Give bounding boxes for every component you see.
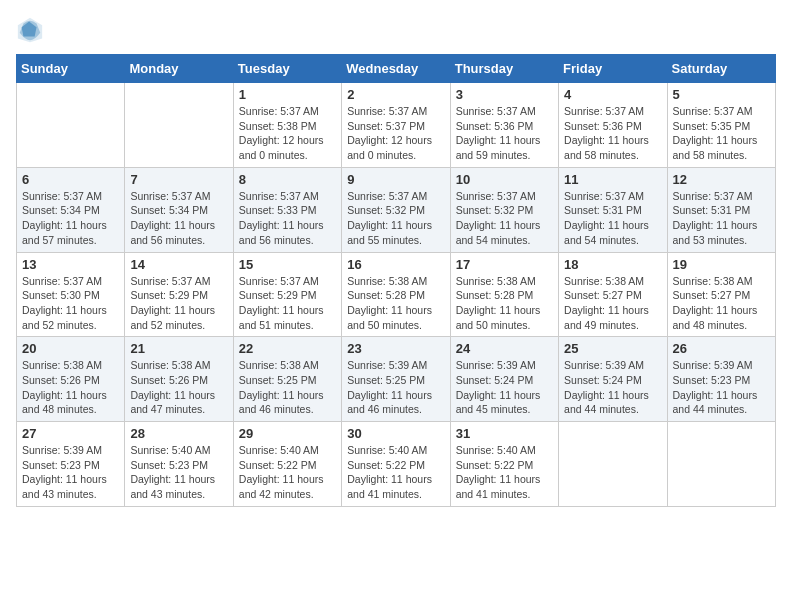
day-info: Sunrise: 5:38 AM Sunset: 5:25 PM Dayligh… bbox=[239, 358, 336, 417]
day-info: Sunrise: 5:37 AM Sunset: 5:29 PM Dayligh… bbox=[239, 274, 336, 333]
day-info: Sunrise: 5:38 AM Sunset: 5:28 PM Dayligh… bbox=[456, 274, 553, 333]
day-cell: 18Sunrise: 5:38 AM Sunset: 5:27 PM Dayli… bbox=[559, 252, 667, 337]
day-cell: 24Sunrise: 5:39 AM Sunset: 5:24 PM Dayli… bbox=[450, 337, 558, 422]
day-number: 1 bbox=[239, 87, 336, 102]
day-cell: 3Sunrise: 5:37 AM Sunset: 5:36 PM Daylig… bbox=[450, 83, 558, 168]
day-cell: 6Sunrise: 5:37 AM Sunset: 5:34 PM Daylig… bbox=[17, 167, 125, 252]
day-info: Sunrise: 5:37 AM Sunset: 5:30 PM Dayligh… bbox=[22, 274, 119, 333]
page-header bbox=[16, 16, 776, 44]
day-cell bbox=[667, 422, 775, 507]
day-number: 3 bbox=[456, 87, 553, 102]
day-info: Sunrise: 5:37 AM Sunset: 5:34 PM Dayligh… bbox=[130, 189, 227, 248]
day-number: 14 bbox=[130, 257, 227, 272]
day-info: Sunrise: 5:37 AM Sunset: 5:36 PM Dayligh… bbox=[564, 104, 661, 163]
day-cell: 12Sunrise: 5:37 AM Sunset: 5:31 PM Dayli… bbox=[667, 167, 775, 252]
day-info: Sunrise: 5:37 AM Sunset: 5:31 PM Dayligh… bbox=[564, 189, 661, 248]
day-info: Sunrise: 5:38 AM Sunset: 5:26 PM Dayligh… bbox=[130, 358, 227, 417]
day-number: 31 bbox=[456, 426, 553, 441]
header-row: SundayMondayTuesdayWednesdayThursdayFrid… bbox=[17, 55, 776, 83]
day-cell: 16Sunrise: 5:38 AM Sunset: 5:28 PM Dayli… bbox=[342, 252, 450, 337]
day-number: 6 bbox=[22, 172, 119, 187]
day-cell bbox=[559, 422, 667, 507]
day-info: Sunrise: 5:39 AM Sunset: 5:23 PM Dayligh… bbox=[22, 443, 119, 502]
day-info: Sunrise: 5:39 AM Sunset: 5:24 PM Dayligh… bbox=[564, 358, 661, 417]
day-number: 16 bbox=[347, 257, 444, 272]
day-number: 5 bbox=[673, 87, 770, 102]
column-header-sunday: Sunday bbox=[17, 55, 125, 83]
day-number: 30 bbox=[347, 426, 444, 441]
day-info: Sunrise: 5:37 AM Sunset: 5:32 PM Dayligh… bbox=[456, 189, 553, 248]
day-info: Sunrise: 5:37 AM Sunset: 5:38 PM Dayligh… bbox=[239, 104, 336, 163]
day-info: Sunrise: 5:40 AM Sunset: 5:22 PM Dayligh… bbox=[239, 443, 336, 502]
day-info: Sunrise: 5:38 AM Sunset: 5:27 PM Dayligh… bbox=[673, 274, 770, 333]
week-row-5: 27Sunrise: 5:39 AM Sunset: 5:23 PM Dayli… bbox=[17, 422, 776, 507]
day-number: 2 bbox=[347, 87, 444, 102]
column-header-saturday: Saturday bbox=[667, 55, 775, 83]
day-info: Sunrise: 5:37 AM Sunset: 5:34 PM Dayligh… bbox=[22, 189, 119, 248]
day-info: Sunrise: 5:38 AM Sunset: 5:27 PM Dayligh… bbox=[564, 274, 661, 333]
day-cell: 21Sunrise: 5:38 AM Sunset: 5:26 PM Dayli… bbox=[125, 337, 233, 422]
day-cell: 17Sunrise: 5:38 AM Sunset: 5:28 PM Dayli… bbox=[450, 252, 558, 337]
day-cell bbox=[17, 83, 125, 168]
day-cell: 29Sunrise: 5:40 AM Sunset: 5:22 PM Dayli… bbox=[233, 422, 341, 507]
day-number: 13 bbox=[22, 257, 119, 272]
day-info: Sunrise: 5:37 AM Sunset: 5:32 PM Dayligh… bbox=[347, 189, 444, 248]
day-cell: 8Sunrise: 5:37 AM Sunset: 5:33 PM Daylig… bbox=[233, 167, 341, 252]
column-header-friday: Friday bbox=[559, 55, 667, 83]
day-cell bbox=[125, 83, 233, 168]
day-cell: 7Sunrise: 5:37 AM Sunset: 5:34 PM Daylig… bbox=[125, 167, 233, 252]
day-cell: 26Sunrise: 5:39 AM Sunset: 5:23 PM Dayli… bbox=[667, 337, 775, 422]
day-info: Sunrise: 5:37 AM Sunset: 5:37 PM Dayligh… bbox=[347, 104, 444, 163]
day-number: 29 bbox=[239, 426, 336, 441]
day-number: 23 bbox=[347, 341, 444, 356]
column-header-wednesday: Wednesday bbox=[342, 55, 450, 83]
logo-icon bbox=[16, 16, 44, 44]
day-info: Sunrise: 5:37 AM Sunset: 5:31 PM Dayligh… bbox=[673, 189, 770, 248]
day-info: Sunrise: 5:39 AM Sunset: 5:24 PM Dayligh… bbox=[456, 358, 553, 417]
day-cell: 1Sunrise: 5:37 AM Sunset: 5:38 PM Daylig… bbox=[233, 83, 341, 168]
day-number: 18 bbox=[564, 257, 661, 272]
day-number: 11 bbox=[564, 172, 661, 187]
day-cell: 11Sunrise: 5:37 AM Sunset: 5:31 PM Dayli… bbox=[559, 167, 667, 252]
day-number: 22 bbox=[239, 341, 336, 356]
day-number: 8 bbox=[239, 172, 336, 187]
day-info: Sunrise: 5:40 AM Sunset: 5:23 PM Dayligh… bbox=[130, 443, 227, 502]
day-info: Sunrise: 5:40 AM Sunset: 5:22 PM Dayligh… bbox=[347, 443, 444, 502]
day-cell: 30Sunrise: 5:40 AM Sunset: 5:22 PM Dayli… bbox=[342, 422, 450, 507]
day-number: 15 bbox=[239, 257, 336, 272]
day-number: 4 bbox=[564, 87, 661, 102]
day-number: 26 bbox=[673, 341, 770, 356]
day-number: 28 bbox=[130, 426, 227, 441]
day-info: Sunrise: 5:37 AM Sunset: 5:29 PM Dayligh… bbox=[130, 274, 227, 333]
day-number: 27 bbox=[22, 426, 119, 441]
day-info: Sunrise: 5:40 AM Sunset: 5:22 PM Dayligh… bbox=[456, 443, 553, 502]
day-cell: 4Sunrise: 5:37 AM Sunset: 5:36 PM Daylig… bbox=[559, 83, 667, 168]
week-row-3: 13Sunrise: 5:37 AM Sunset: 5:30 PM Dayli… bbox=[17, 252, 776, 337]
day-cell: 13Sunrise: 5:37 AM Sunset: 5:30 PM Dayli… bbox=[17, 252, 125, 337]
day-cell: 28Sunrise: 5:40 AM Sunset: 5:23 PM Dayli… bbox=[125, 422, 233, 507]
day-number: 9 bbox=[347, 172, 444, 187]
day-cell: 31Sunrise: 5:40 AM Sunset: 5:22 PM Dayli… bbox=[450, 422, 558, 507]
week-row-2: 6Sunrise: 5:37 AM Sunset: 5:34 PM Daylig… bbox=[17, 167, 776, 252]
day-cell: 27Sunrise: 5:39 AM Sunset: 5:23 PM Dayli… bbox=[17, 422, 125, 507]
day-cell: 5Sunrise: 5:37 AM Sunset: 5:35 PM Daylig… bbox=[667, 83, 775, 168]
day-number: 25 bbox=[564, 341, 661, 356]
day-number: 10 bbox=[456, 172, 553, 187]
day-number: 21 bbox=[130, 341, 227, 356]
day-cell: 25Sunrise: 5:39 AM Sunset: 5:24 PM Dayli… bbox=[559, 337, 667, 422]
day-number: 20 bbox=[22, 341, 119, 356]
day-cell: 22Sunrise: 5:38 AM Sunset: 5:25 PM Dayli… bbox=[233, 337, 341, 422]
day-number: 7 bbox=[130, 172, 227, 187]
column-header-monday: Monday bbox=[125, 55, 233, 83]
column-header-thursday: Thursday bbox=[450, 55, 558, 83]
logo bbox=[16, 16, 48, 44]
day-cell: 14Sunrise: 5:37 AM Sunset: 5:29 PM Dayli… bbox=[125, 252, 233, 337]
day-cell: 15Sunrise: 5:37 AM Sunset: 5:29 PM Dayli… bbox=[233, 252, 341, 337]
day-cell: 10Sunrise: 5:37 AM Sunset: 5:32 PM Dayli… bbox=[450, 167, 558, 252]
day-number: 19 bbox=[673, 257, 770, 272]
day-info: Sunrise: 5:37 AM Sunset: 5:35 PM Dayligh… bbox=[673, 104, 770, 163]
day-info: Sunrise: 5:38 AM Sunset: 5:26 PM Dayligh… bbox=[22, 358, 119, 417]
calendar-table: SundayMondayTuesdayWednesdayThursdayFrid… bbox=[16, 54, 776, 507]
day-info: Sunrise: 5:39 AM Sunset: 5:23 PM Dayligh… bbox=[673, 358, 770, 417]
day-number: 12 bbox=[673, 172, 770, 187]
